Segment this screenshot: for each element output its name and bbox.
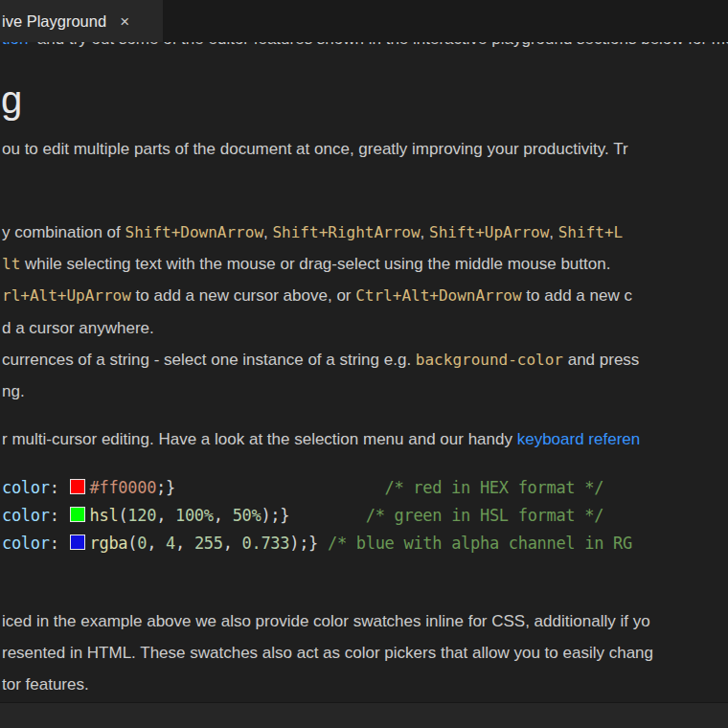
text-segment: 0 <box>137 534 147 553</box>
text-segment: ( <box>127 534 137 553</box>
inline-code: Shift+DownArrow <box>125 223 264 241</box>
footer-line-2: resented in HTML. These swatches also ac… <box>2 642 653 665</box>
text-segment: 4 <box>166 534 175 553</box>
text-segment: , <box>549 223 557 241</box>
inline-code: Shift+UpArrow <box>429 223 549 241</box>
text-segment: , <box>175 534 194 553</box>
color-swatch[interactable] <box>70 535 85 550</box>
code-line-green: color: hsl(120, 100%, 50%);} /* green in… <box>2 504 603 527</box>
footer-line-3: tor features. <box>2 673 89 696</box>
text-segment: , <box>421 223 429 241</box>
text-segment: , <box>147 534 166 553</box>
list-line-occurrences: currences of a string - select one insta… <box>2 349 639 372</box>
text-segment: , <box>214 506 233 525</box>
inline-code: Shift+RightArrow <box>272 223 420 241</box>
text-segment: resented in HTML. These swatches also ac… <box>2 644 653 662</box>
text-link[interactable]: tion <box>2 42 28 49</box>
text-link[interactable]: keyboard referen <box>517 430 641 448</box>
list-line-box-selection: y combination of Shift+DownArrow, Shift+… <box>2 221 623 244</box>
text-segment: 50% <box>233 506 262 525</box>
list-line-end: ng. <box>2 380 25 403</box>
text-segment: ( <box>118 506 127 525</box>
text-segment: 255 <box>194 534 223 553</box>
text-segment: and press <box>563 351 639 369</box>
text-segment: : <box>50 506 69 525</box>
text-segment: /* blue with alpha channel in RG <box>328 534 632 553</box>
text-segment: hsl <box>90 506 119 525</box>
inline-code: Ctrl+Alt+DownArrow <box>355 286 521 305</box>
tab-bar: ive Playground × <box>0 0 728 42</box>
next-section-edge <box>0 702 728 728</box>
tab-label: ive Playground <box>2 12 106 31</box>
text-segment: );} <box>289 534 328 553</box>
color-swatch[interactable] <box>70 479 85 494</box>
list-line-add-cursor: rl+Alt+UpArrow to add a new cursor above… <box>2 284 632 307</box>
clipped-text-line: tion and try out some of the editor feat… <box>2 42 728 49</box>
text-segment: color <box>2 506 50 525</box>
code-line-red: color: #ff0000;} /* red in HEX format */ <box>2 476 603 499</box>
text-segment: currences of a string - select one insta… <box>2 351 416 369</box>
text-segment <box>175 478 385 497</box>
intro-line: ou to edit multiple parts of the documen… <box>2 138 628 161</box>
text-segment: tor features. <box>2 675 89 694</box>
text-segment: color <box>2 534 50 553</box>
list-line-cursor-anywhere: d a cursor anywhere. <box>2 317 154 340</box>
text-segment: iced in the example above we also provid… <box>2 612 650 630</box>
text-segment: d a cursor anywhere. <box>2 319 154 337</box>
inline-code: lt <box>2 255 20 273</box>
text-segment: ou to edit multiple parts of the documen… <box>2 140 628 158</box>
text-segment: r multi-cursor editing. Have a look at t… <box>2 430 517 448</box>
text-segment: /* green in HSL format */ <box>366 506 603 525</box>
text-segment: ng. <box>2 382 25 400</box>
inline-code: Shift+L <box>558 223 623 241</box>
tab-close-icon[interactable]: × <box>120 13 129 30</box>
text-segment: to add a new c <box>522 286 632 305</box>
text-segment: and try out some of the editor features … <box>28 42 728 49</box>
text-segment: /* red in HEX format */ <box>385 478 604 497</box>
color-swatch[interactable] <box>70 507 85 522</box>
text-segment: 120 <box>127 506 156 525</box>
text-segment: #ff0000 <box>90 478 157 497</box>
code-line-blue: color: rgba(0, 4, 255, 0.733);} /* blue … <box>2 532 632 555</box>
text-segment: , <box>223 534 242 553</box>
text-segment: 0.733 <box>242 534 290 553</box>
inline-code: background-color <box>416 351 563 369</box>
text-segment: : <box>50 534 69 553</box>
text-segment: y combination of <box>2 223 125 241</box>
text-segment <box>289 506 365 525</box>
text-segment: , <box>156 506 175 525</box>
selection-menu-line: r multi-cursor editing. Have a look at t… <box>2 428 640 451</box>
section-heading: g <box>1 79 22 122</box>
text-segment: rgba <box>90 534 128 553</box>
text-segment: : <box>50 478 69 497</box>
text-segment: color <box>2 478 50 497</box>
footer-line-1: iced in the example above we also provid… <box>2 610 650 633</box>
text-segment: );} <box>261 506 289 525</box>
tab-interactive-playground[interactable]: ive Playground × <box>0 0 163 42</box>
list-line-alt-select: lt while selecting text with the mouse o… <box>2 253 610 276</box>
text-segment: 100% <box>175 506 214 525</box>
text-segment: while selecting text with the mouse or d… <box>20 255 610 273</box>
inline-code: rl+Alt+UpArrow <box>2 286 131 305</box>
text-segment: to add a new cursor above, or <box>131 286 355 305</box>
text-segment: ;} <box>156 478 175 497</box>
